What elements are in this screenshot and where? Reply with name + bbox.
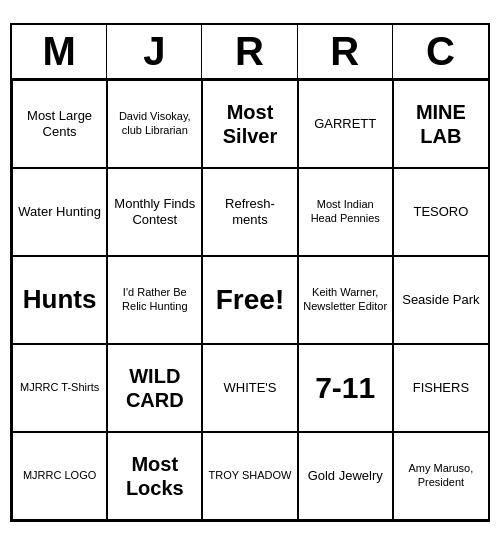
cell-6: Monthly Finds Contest bbox=[107, 168, 202, 256]
cell-text-15: MJRRC T-Shirts bbox=[20, 381, 99, 394]
cell-9: TESORO bbox=[393, 168, 488, 256]
cell-text-6: Monthly Finds Contest bbox=[112, 196, 197, 227]
cell-text-8: Most Indian Head Pennies bbox=[303, 198, 388, 224]
cell-text-17: WHITE'S bbox=[223, 380, 276, 396]
header-j: J bbox=[107, 25, 202, 78]
header-c: C bbox=[393, 25, 488, 78]
cell-text-9: TESORO bbox=[413, 204, 468, 220]
cell-text-16: WILD CARD bbox=[112, 364, 197, 412]
cell-17: WHITE'S bbox=[202, 344, 297, 432]
cell-text-7: Refresh-ments bbox=[207, 196, 292, 227]
header-m: M bbox=[12, 25, 107, 78]
cell-text-24: Amy Maruso, President bbox=[398, 462, 484, 488]
cell-15: MJRRC T-Shirts bbox=[12, 344, 107, 432]
cell-24: Amy Maruso, President bbox=[393, 432, 488, 520]
bingo-card: M J R R C Most Large CentsDavid Visokay,… bbox=[10, 23, 490, 522]
cell-text-3: GARRETT bbox=[314, 116, 376, 132]
cell-text-11: I'd Rather Be Relic Hunting bbox=[112, 286, 197, 312]
cell-5: Water Hunting bbox=[12, 168, 107, 256]
cell-4: MINE LAB bbox=[393, 80, 488, 168]
cell-text-21: Most Locks bbox=[112, 452, 197, 500]
cell-18: 7-11 bbox=[298, 344, 393, 432]
header-r2: R bbox=[298, 25, 393, 78]
bingo-grid: Most Large CentsDavid Visokay, club Libr… bbox=[12, 80, 488, 520]
cell-16: WILD CARD bbox=[107, 344, 202, 432]
header-r1: R bbox=[202, 25, 297, 78]
cell-12: Free! bbox=[202, 256, 297, 344]
cell-text-20: MJRRC LOGO bbox=[23, 469, 96, 482]
cell-text-0: Most Large Cents bbox=[17, 108, 102, 139]
cell-3: GARRETT bbox=[298, 80, 393, 168]
cell-2: Most Silver bbox=[202, 80, 297, 168]
cell-text-18: 7-11 bbox=[315, 370, 375, 406]
cell-0: Most Large Cents bbox=[12, 80, 107, 168]
cell-text-23: Gold Jewelry bbox=[308, 468, 383, 484]
cell-23: Gold Jewelry bbox=[298, 432, 393, 520]
cell-13: Keith Warner, Newsletter Editor bbox=[298, 256, 393, 344]
cell-7: Refresh-ments bbox=[202, 168, 297, 256]
cell-text-12: Free! bbox=[216, 283, 284, 317]
cell-text-19: FISHERS bbox=[413, 380, 469, 396]
cell-text-13: Keith Warner, Newsletter Editor bbox=[303, 286, 388, 312]
cell-text-1: David Visokay, club Librarian bbox=[112, 110, 197, 136]
cell-text-4: MINE LAB bbox=[398, 100, 484, 148]
cell-text-10: Hunts bbox=[23, 284, 97, 315]
cell-22: TROY SHADOW bbox=[202, 432, 297, 520]
cell-11: I'd Rather Be Relic Hunting bbox=[107, 256, 202, 344]
cell-text-2: Most Silver bbox=[207, 100, 292, 148]
cell-19: FISHERS bbox=[393, 344, 488, 432]
cell-text-14: Seaside Park bbox=[402, 292, 479, 308]
cell-10: Hunts bbox=[12, 256, 107, 344]
cell-20: MJRRC LOGO bbox=[12, 432, 107, 520]
cell-8: Most Indian Head Pennies bbox=[298, 168, 393, 256]
header-row: M J R R C bbox=[12, 25, 488, 80]
cell-1: David Visokay, club Librarian bbox=[107, 80, 202, 168]
cell-text-5: Water Hunting bbox=[18, 204, 101, 220]
cell-21: Most Locks bbox=[107, 432, 202, 520]
cell-14: Seaside Park bbox=[393, 256, 488, 344]
cell-text-22: TROY SHADOW bbox=[209, 469, 292, 482]
